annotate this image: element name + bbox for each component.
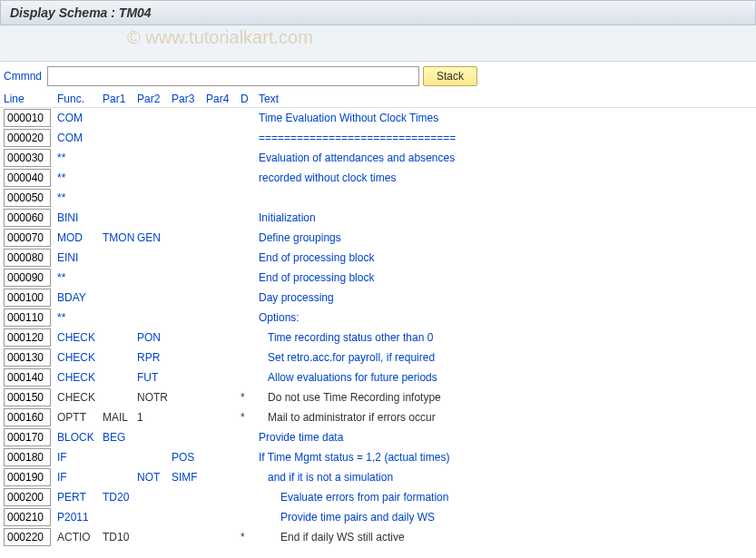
cell-d[interactable]: * [241, 411, 259, 424]
schema-row: **Evaluation of attendances and absences [0, 148, 756, 168]
cell-func[interactable]: CHECK [57, 331, 103, 344]
cell-par1[interactable]: BEG [103, 431, 137, 444]
schema-row: PERTTD20Evaluate errors from pair format… [0, 487, 756, 507]
cell-text[interactable]: End of processing block [259, 271, 752, 284]
cell-par2[interactable]: NOT [137, 471, 172, 484]
cell-func[interactable]: CHECK [57, 371, 103, 384]
cell-par3[interactable]: SIMF [172, 471, 206, 484]
cell-text[interactable]: and if it is not a simulation [259, 471, 752, 484]
cell-func[interactable]: ** [57, 191, 103, 204]
cell-text[interactable]: Evaluation of attendances and absences [259, 152, 752, 164]
cell-func[interactable]: MOD [57, 231, 103, 244]
cell-func[interactable]: OPTT [57, 411, 103, 424]
line-number-input[interactable] [4, 189, 51, 207]
cell-text[interactable]: recorded without clock times [259, 171, 752, 184]
line-number-input[interactable] [4, 269, 51, 287]
line-number-input[interactable] [4, 308, 51, 327]
cell-text[interactable]: End of processing block [259, 251, 752, 264]
cell-text[interactable]: Day processing [259, 291, 752, 304]
schema-row: BINIInitialization [0, 208, 756, 228]
header-par1: Par1 [103, 93, 137, 105]
cell-text[interactable]: Provide time pairs and daily WS [259, 511, 752, 524]
cell-text[interactable]: Options: [259, 311, 752, 324]
cell-func[interactable]: ACTIO [57, 531, 103, 543]
cell-text[interactable]: Define groupings [259, 231, 752, 244]
cell-func[interactable]: COM [57, 112, 103, 124]
cell-func[interactable]: ** [57, 311, 103, 324]
line-number-input[interactable] [4, 169, 51, 187]
line-number-input[interactable] [4, 408, 51, 426]
cell-text[interactable]: Mail to administrator if errors occur [259, 411, 752, 424]
header-text: Text [259, 93, 752, 105]
line-number-input[interactable] [4, 289, 51, 307]
schema-row: CHECKPONTime recording status other than… [0, 328, 756, 348]
cell-par1[interactable]: TD10 [103, 531, 137, 543]
line-number-input[interactable] [4, 109, 51, 127]
cell-func[interactable]: ** [57, 171, 103, 184]
cell-par2[interactable]: RPR [137, 351, 172, 364]
cell-d[interactable]: * [241, 531, 259, 543]
stack-button[interactable]: Stack [423, 66, 477, 86]
cell-text[interactable]: If Time Mgmt status = 1,2 (actual times) [259, 451, 752, 464]
line-number-input[interactable] [4, 368, 51, 387]
cell-func[interactable]: BINI [57, 211, 103, 224]
line-number-input[interactable] [4, 508, 51, 526]
cell-func[interactable]: CHECK [57, 351, 103, 364]
line-number-input[interactable] [4, 528, 51, 546]
cell-par1[interactable]: TMON [103, 231, 137, 244]
cell-func[interactable]: ** [57, 152, 103, 164]
cell-par2[interactable]: NOTR [137, 391, 172, 404]
cell-func[interactable]: ** [57, 271, 103, 284]
cell-d[interactable]: * [241, 391, 259, 404]
cell-func[interactable]: IF [57, 471, 103, 484]
line-number-input[interactable] [4, 149, 51, 167]
schema-row: CHECKRPRSet retro.acc.for payroll, if re… [0, 348, 756, 367]
cell-text[interactable]: Do not use Time Recording infotype [259, 391, 752, 404]
line-number-input[interactable] [4, 249, 51, 267]
schema-row: **Options: [0, 308, 756, 328]
schema-row: COMTime Evaluation Without Clock Times [0, 108, 756, 128]
line-number-input[interactable] [4, 348, 51, 367]
cell-par1[interactable]: MAIL [103, 411, 137, 424]
line-number-input[interactable] [4, 488, 51, 506]
cell-func[interactable]: PERT [57, 491, 103, 504]
cell-text[interactable]: Provide time data [259, 431, 752, 444]
cell-func[interactable]: BDAY [57, 291, 103, 304]
line-number-input[interactable] [4, 448, 51, 466]
cell-text[interactable]: Time recording status other than 0 [259, 331, 752, 344]
cell-func[interactable]: P2011 [57, 511, 103, 524]
cell-text[interactable]: Allow evaluations for future periods [259, 371, 752, 384]
cell-func[interactable]: IF [57, 451, 103, 464]
line-number-input[interactable] [4, 129, 51, 147]
table-header-row: Line Func. Par1 Par2 Par3 Par4 D Text [0, 91, 756, 108]
cell-text[interactable]: Evaluate errors from pair formation [259, 491, 752, 504]
cell-par1[interactable]: TD20 [103, 491, 137, 504]
cell-text[interactable]: Set retro.acc.for payroll, if required [259, 351, 752, 364]
cell-par2[interactable]: FUT [137, 371, 172, 384]
schema-row: BLOCKBEGProvide time data [0, 427, 756, 447]
cell-par2[interactable]: GEN [137, 231, 172, 244]
line-number-input[interactable] [4, 428, 51, 446]
command-bar: Cmmnd Stack [0, 62, 756, 91]
cell-text[interactable]: Time Evaluation Without Clock Times [259, 112, 752, 124]
schema-row: CHECKFUTAllow evaluations for future per… [0, 367, 756, 387]
line-number-input[interactable] [4, 468, 51, 486]
cell-func[interactable]: EINI [57, 251, 103, 264]
cell-func[interactable]: CHECK [57, 391, 103, 404]
command-input[interactable] [47, 66, 419, 86]
cell-par2[interactable]: PON [137, 331, 172, 344]
header-par4: Par4 [206, 93, 241, 105]
cell-par3[interactable]: POS [172, 451, 206, 464]
schema-row: **End of processing block [0, 268, 756, 288]
cell-func[interactable]: BLOCK [57, 431, 103, 444]
line-number-input[interactable] [4, 229, 51, 247]
line-number-input[interactable] [4, 388, 51, 406]
line-number-input[interactable] [4, 209, 51, 227]
cell-func[interactable]: COM [57, 132, 103, 144]
line-number-input[interactable] [4, 328, 51, 347]
cell-text[interactable]: Initialization [259, 211, 752, 224]
schema-row: BDAYDay processing [0, 288, 756, 308]
cell-par2[interactable]: 1 [137, 411, 172, 424]
cell-text[interactable]: End if daily WS still active [259, 531, 752, 543]
cell-text[interactable]: =============================== [259, 132, 752, 144]
